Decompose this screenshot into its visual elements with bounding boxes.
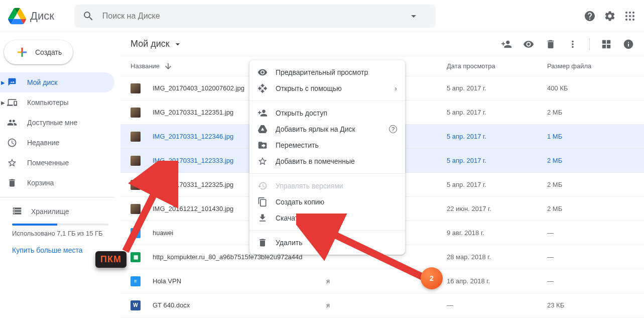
share-icon[interactable] — [501, 39, 512, 50]
file-date: 5 апр. 2017 г. — [447, 181, 547, 188]
image-thumb-icon — [131, 204, 141, 214]
help-badge-icon: ? — [389, 125, 397, 133]
menu-item[interactable]: Создать копию — [249, 194, 405, 210]
col-date[interactable]: Дата просмотра — [447, 62, 547, 70]
preview-icon[interactable] — [523, 39, 534, 50]
menu-item[interactable]: Удалить — [249, 235, 405, 251]
chevron-right-icon: › — [395, 84, 397, 92]
nav-recent[interactable]: Недавние — [0, 133, 114, 153]
menu-item-label: Предварительный просмотр — [276, 68, 368, 76]
file-date: 16 апр. 2018 г. — [447, 277, 547, 285]
menu-separator — [249, 173, 405, 174]
download-icon — [257, 213, 268, 223]
sidebar: Создать ▶Мой диск ▶Компьютеры Доступные … — [0, 32, 120, 319]
delete-icon[interactable] — [545, 39, 556, 50]
svg-point-7 — [629, 19, 631, 21]
file-size: 2 МБ — [547, 157, 634, 164]
file-size: 1 МБ — [547, 133, 634, 140]
doc-icon: ≡ — [131, 228, 141, 238]
table-row[interactable]: WGT 640.docxя—23 КБ — [120, 293, 644, 317]
annotation-bubble: 2 — [421, 267, 443, 289]
apps-icon[interactable] — [624, 10, 636, 22]
sort-down-icon — [164, 62, 173, 71]
menu-item-label: Управлять версиями — [276, 182, 343, 190]
menu-item[interactable]: Добавить ярлык на Диск? — [249, 121, 405, 137]
help-icon[interactable] — [584, 10, 596, 22]
nav-shared[interactable]: Доступные мне — [0, 113, 114, 133]
nav-trash[interactable]: Корзина — [0, 173, 114, 193]
svg-point-5 — [632, 15, 634, 17]
menu-item-label: Открыть доступ — [276, 109, 327, 117]
nav-list: ▶Мой диск ▶Компьютеры Доступные мне Неда… — [0, 72, 120, 193]
sheet-icon: ▦ — [131, 252, 141, 262]
storage-label[interactable]: Хранилище — [31, 207, 69, 216]
recent-icon — [6, 138, 18, 148]
table-row[interactable]: ≡Hola VPNя16 апр. 2018 г.— — [120, 269, 644, 293]
menu-item-label: Добавить в помеченные — [276, 157, 355, 165]
col-size[interactable]: Размер файла — [547, 62, 634, 70]
svg-point-6 — [625, 19, 627, 21]
svg-point-2 — [632, 12, 634, 14]
file-owner: я — [326, 301, 447, 309]
file-date: 28 мар. 2018 г. — [447, 253, 547, 261]
chevron-down-icon — [173, 39, 183, 49]
nav-starred[interactable]: Помеченные — [0, 153, 114, 173]
logo[interactable]: Диск — [8, 7, 54, 25]
search-input[interactable] — [102, 12, 408, 21]
file-size: — — [547, 253, 634, 261]
menu-item-label: Открыть с помощью — [276, 84, 342, 92]
create-label: Создать — [35, 48, 62, 56]
image-thumb-icon — [131, 180, 141, 190]
file-size: — — [547, 277, 634, 285]
search-options-icon[interactable] — [408, 10, 420, 22]
nav-computers[interactable]: ▶Компьютеры — [0, 92, 114, 113]
image-thumb-icon — [131, 156, 141, 166]
info-icon[interactable] — [623, 39, 634, 50]
storage-text: Использовано 7,1 ГБ из 15 ГБ — [12, 230, 108, 237]
file-name: IMG_20170331_122325.jpg — [153, 181, 233, 188]
buy-storage-link[interactable]: Купить больше места — [12, 246, 82, 254]
my-drive-icon — [6, 77, 18, 87]
file-size: — — [547, 229, 634, 237]
file-date: 5 апр. 2017 г. — [447, 109, 547, 116]
file-name: IMG_20170331_122346.jpg — [153, 133, 233, 140]
menu-item[interactable]: Скачать — [249, 210, 405, 226]
storage-icon — [12, 206, 22, 218]
menu-item[interactable]: Переместить — [249, 137, 405, 153]
svg-point-3 — [625, 15, 627, 17]
shared-icon — [6, 118, 18, 128]
file-date: — — [447, 301, 547, 309]
file-size: 400 КБ — [547, 84, 634, 92]
file-name: IMG_20170331_122333.jpg — [153, 157, 233, 164]
file-date: 5 апр. 2017 г. — [447, 133, 547, 140]
eye-icon — [257, 67, 268, 77]
file-name: IMG_20170331_122351.jpg — [153, 109, 233, 116]
file-name: huawei — [153, 229, 173, 237]
breadcrumb[interactable]: Мой диск — [131, 39, 183, 49]
image-thumb-icon — [131, 108, 141, 118]
menu-item[interactable]: Открыть доступ — [249, 105, 405, 121]
copy-icon — [257, 197, 268, 207]
svg-point-0 — [625, 12, 627, 14]
menu-item[interactable]: Предварительный просмотр — [249, 64, 405, 80]
drive-icon — [257, 125, 268, 134]
view-grid-icon[interactable] — [601, 39, 612, 50]
settings-icon[interactable] — [604, 10, 616, 22]
menu-item[interactable]: Открыть с помощью› — [249, 80, 405, 96]
menu-item-label: Удалить — [276, 239, 302, 247]
file-size: 2 МБ — [547, 181, 634, 188]
file-date: 5 апр. 2017 г. — [447, 84, 547, 92]
open-with-icon — [257, 83, 268, 93]
header-actions — [584, 10, 636, 22]
menu-separator — [249, 100, 405, 101]
storage-section: Хранилище Использовано 7,1 ГБ из 15 ГБ К… — [0, 201, 120, 254]
doc-icon: ≡ — [131, 276, 141, 286]
search-bar[interactable] — [74, 5, 436, 28]
image-thumb-icon — [131, 132, 141, 142]
toolbar: Мой диск — [120, 32, 644, 56]
more-icon[interactable] — [567, 39, 578, 50]
nav-my-drive[interactable]: ▶Мой диск — [0, 72, 114, 92]
devices-icon — [6, 97, 18, 108]
menu-item[interactable]: Добавить в помеченные — [249, 153, 405, 169]
create-button[interactable]: Создать — [4, 40, 73, 64]
